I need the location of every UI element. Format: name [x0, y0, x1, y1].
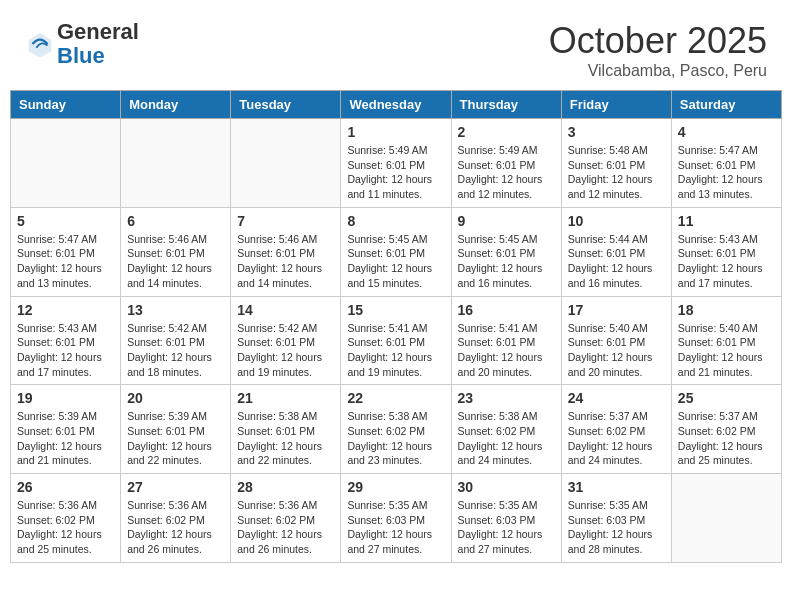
logo-blue: Blue	[57, 43, 105, 68]
header-thursday: Thursday	[451, 91, 561, 119]
day-info: Sunrise: 5:38 AM Sunset: 6:02 PM Dayligh…	[347, 409, 444, 468]
table-row: 14Sunrise: 5:42 AM Sunset: 6:01 PM Dayli…	[231, 296, 341, 385]
day-info: Sunrise: 5:40 AM Sunset: 6:01 PM Dayligh…	[568, 321, 665, 380]
header-wednesday: Wednesday	[341, 91, 451, 119]
table-row: 15Sunrise: 5:41 AM Sunset: 6:01 PM Dayli…	[341, 296, 451, 385]
table-row: 9Sunrise: 5:45 AM Sunset: 6:01 PM Daylig…	[451, 207, 561, 296]
table-row: 28Sunrise: 5:36 AM Sunset: 6:02 PM Dayli…	[231, 474, 341, 563]
day-info: Sunrise: 5:42 AM Sunset: 6:01 PM Dayligh…	[127, 321, 224, 380]
day-number: 17	[568, 302, 665, 318]
table-row	[121, 119, 231, 208]
logo-text: General Blue	[57, 20, 139, 68]
day-info: Sunrise: 5:49 AM Sunset: 6:01 PM Dayligh…	[347, 143, 444, 202]
day-info: Sunrise: 5:43 AM Sunset: 6:01 PM Dayligh…	[17, 321, 114, 380]
day-number: 20	[127, 390, 224, 406]
table-row: 30Sunrise: 5:35 AM Sunset: 6:03 PM Dayli…	[451, 474, 561, 563]
day-number: 4	[678, 124, 775, 140]
day-info: Sunrise: 5:38 AM Sunset: 6:02 PM Dayligh…	[458, 409, 555, 468]
table-row: 12Sunrise: 5:43 AM Sunset: 6:01 PM Dayli…	[11, 296, 121, 385]
day-info: Sunrise: 5:47 AM Sunset: 6:01 PM Dayligh…	[678, 143, 775, 202]
location-subtitle: Vilcabamba, Pasco, Peru	[549, 62, 767, 80]
day-number: 12	[17, 302, 114, 318]
day-info: Sunrise: 5:37 AM Sunset: 6:02 PM Dayligh…	[678, 409, 775, 468]
day-number: 10	[568, 213, 665, 229]
day-info: Sunrise: 5:47 AM Sunset: 6:01 PM Dayligh…	[17, 232, 114, 291]
table-row: 5Sunrise: 5:47 AM Sunset: 6:01 PM Daylig…	[11, 207, 121, 296]
day-number: 1	[347, 124, 444, 140]
logo: General Blue	[25, 20, 139, 68]
calendar-week-row: 19Sunrise: 5:39 AM Sunset: 6:01 PM Dayli…	[11, 385, 782, 474]
table-row: 23Sunrise: 5:38 AM Sunset: 6:02 PM Dayli…	[451, 385, 561, 474]
table-row: 22Sunrise: 5:38 AM Sunset: 6:02 PM Dayli…	[341, 385, 451, 474]
day-info: Sunrise: 5:49 AM Sunset: 6:01 PM Dayligh…	[458, 143, 555, 202]
day-info: Sunrise: 5:35 AM Sunset: 6:03 PM Dayligh…	[458, 498, 555, 557]
day-number: 6	[127, 213, 224, 229]
day-info: Sunrise: 5:36 AM Sunset: 6:02 PM Dayligh…	[127, 498, 224, 557]
calendar-header-row: Sunday Monday Tuesday Wednesday Thursday…	[11, 91, 782, 119]
table-row: 8Sunrise: 5:45 AM Sunset: 6:01 PM Daylig…	[341, 207, 451, 296]
title-block: October 2025 Vilcabamba, Pasco, Peru	[549, 20, 767, 80]
table-row: 24Sunrise: 5:37 AM Sunset: 6:02 PM Dayli…	[561, 385, 671, 474]
day-number: 13	[127, 302, 224, 318]
day-number: 5	[17, 213, 114, 229]
table-row: 27Sunrise: 5:36 AM Sunset: 6:02 PM Dayli…	[121, 474, 231, 563]
day-info: Sunrise: 5:40 AM Sunset: 6:01 PM Dayligh…	[678, 321, 775, 380]
day-number: 19	[17, 390, 114, 406]
day-number: 11	[678, 213, 775, 229]
day-number: 21	[237, 390, 334, 406]
table-row: 11Sunrise: 5:43 AM Sunset: 6:01 PM Dayli…	[671, 207, 781, 296]
day-number: 22	[347, 390, 444, 406]
day-info: Sunrise: 5:38 AM Sunset: 6:01 PM Dayligh…	[237, 409, 334, 468]
day-number: 3	[568, 124, 665, 140]
calendar-table: Sunday Monday Tuesday Wednesday Thursday…	[10, 90, 782, 563]
table-row: 4Sunrise: 5:47 AM Sunset: 6:01 PM Daylig…	[671, 119, 781, 208]
header-saturday: Saturday	[671, 91, 781, 119]
table-row: 17Sunrise: 5:40 AM Sunset: 6:01 PM Dayli…	[561, 296, 671, 385]
table-row	[231, 119, 341, 208]
table-row: 2Sunrise: 5:49 AM Sunset: 6:01 PM Daylig…	[451, 119, 561, 208]
table-row: 29Sunrise: 5:35 AM Sunset: 6:03 PM Dayli…	[341, 474, 451, 563]
table-row: 21Sunrise: 5:38 AM Sunset: 6:01 PM Dayli…	[231, 385, 341, 474]
day-info: Sunrise: 5:41 AM Sunset: 6:01 PM Dayligh…	[458, 321, 555, 380]
day-info: Sunrise: 5:43 AM Sunset: 6:01 PM Dayligh…	[678, 232, 775, 291]
header-tuesday: Tuesday	[231, 91, 341, 119]
day-number: 7	[237, 213, 334, 229]
day-number: 24	[568, 390, 665, 406]
table-row: 19Sunrise: 5:39 AM Sunset: 6:01 PM Dayli…	[11, 385, 121, 474]
calendar-week-row: 5Sunrise: 5:47 AM Sunset: 6:01 PM Daylig…	[11, 207, 782, 296]
calendar-week-row: 12Sunrise: 5:43 AM Sunset: 6:01 PM Dayli…	[11, 296, 782, 385]
calendar-week-row: 1Sunrise: 5:49 AM Sunset: 6:01 PM Daylig…	[11, 119, 782, 208]
day-info: Sunrise: 5:37 AM Sunset: 6:02 PM Dayligh…	[568, 409, 665, 468]
day-info: Sunrise: 5:39 AM Sunset: 6:01 PM Dayligh…	[17, 409, 114, 468]
day-info: Sunrise: 5:46 AM Sunset: 6:01 PM Dayligh…	[127, 232, 224, 291]
day-number: 18	[678, 302, 775, 318]
header-monday: Monday	[121, 91, 231, 119]
day-info: Sunrise: 5:36 AM Sunset: 6:02 PM Dayligh…	[237, 498, 334, 557]
day-number: 2	[458, 124, 555, 140]
day-info: Sunrise: 5:39 AM Sunset: 6:01 PM Dayligh…	[127, 409, 224, 468]
logo-general: General	[57, 19, 139, 44]
table-row: 13Sunrise: 5:42 AM Sunset: 6:01 PM Dayli…	[121, 296, 231, 385]
day-number: 28	[237, 479, 334, 495]
table-row: 31Sunrise: 5:35 AM Sunset: 6:03 PM Dayli…	[561, 474, 671, 563]
day-info: Sunrise: 5:42 AM Sunset: 6:01 PM Dayligh…	[237, 321, 334, 380]
table-row: 20Sunrise: 5:39 AM Sunset: 6:01 PM Dayli…	[121, 385, 231, 474]
header-sunday: Sunday	[11, 91, 121, 119]
table-row: 1Sunrise: 5:49 AM Sunset: 6:01 PM Daylig…	[341, 119, 451, 208]
table-row: 16Sunrise: 5:41 AM Sunset: 6:01 PM Dayli…	[451, 296, 561, 385]
day-number: 23	[458, 390, 555, 406]
day-number: 26	[17, 479, 114, 495]
table-row: 18Sunrise: 5:40 AM Sunset: 6:01 PM Dayli…	[671, 296, 781, 385]
day-number: 14	[237, 302, 334, 318]
day-info: Sunrise: 5:45 AM Sunset: 6:01 PM Dayligh…	[347, 232, 444, 291]
table-row	[671, 474, 781, 563]
day-number: 9	[458, 213, 555, 229]
day-number: 15	[347, 302, 444, 318]
table-row: 7Sunrise: 5:46 AM Sunset: 6:01 PM Daylig…	[231, 207, 341, 296]
day-number: 29	[347, 479, 444, 495]
day-number: 30	[458, 479, 555, 495]
table-row: 6Sunrise: 5:46 AM Sunset: 6:01 PM Daylig…	[121, 207, 231, 296]
day-number: 27	[127, 479, 224, 495]
logo-icon	[25, 29, 55, 59]
day-info: Sunrise: 5:35 AM Sunset: 6:03 PM Dayligh…	[347, 498, 444, 557]
